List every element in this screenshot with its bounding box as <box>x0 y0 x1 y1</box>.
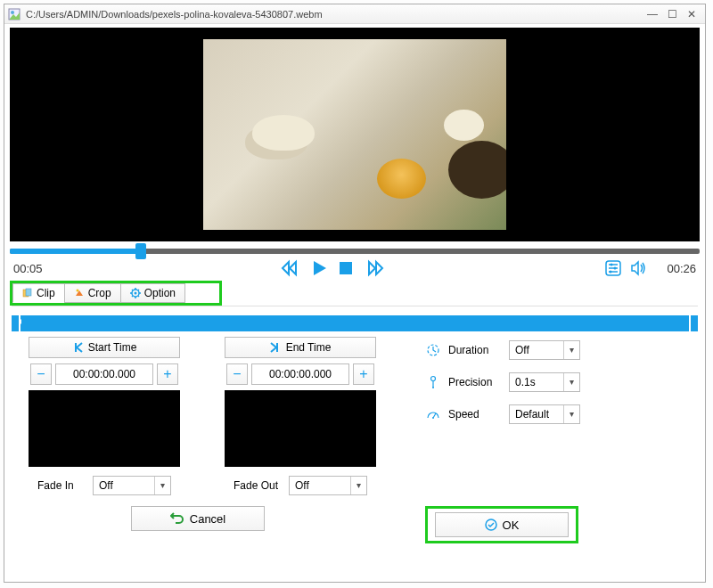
duration-icon <box>425 342 441 358</box>
play-icon[interactable] <box>310 259 328 277</box>
svg-point-1 <box>11 11 14 14</box>
chevron-down-icon: ▾ <box>563 373 579 391</box>
app-window: C:/Users/ADMIN/Downloads/pexels-polina-k… <box>4 4 706 583</box>
clip-range-row <box>4 310 705 337</box>
check-circle-icon <box>485 519 497 531</box>
fade-out-select[interactable]: Off ▾ <box>289 476 367 495</box>
speed-icon <box>425 406 441 422</box>
ok-label: OK <box>503 519 520 532</box>
volume-icon[interactable] <box>629 259 647 277</box>
precision-select[interactable]: 0.1s ▾ <box>509 372 580 392</box>
precision-value: 0.1s <box>510 376 563 388</box>
maximize-button[interactable]: ☐ <box>662 8 682 20</box>
cancel-button[interactable]: Cancel <box>131 506 265 531</box>
start-marker-icon <box>72 342 83 353</box>
ok-button[interactable]: OK <box>435 512 569 537</box>
stop-icon[interactable] <box>337 259 355 277</box>
tab-crop[interactable]: Crop <box>64 283 121 303</box>
speed-select[interactable]: Default ▾ <box>509 404 580 424</box>
prev-icon[interactable] <box>280 259 301 277</box>
chevron-down-icon: ▾ <box>563 405 579 423</box>
minimize-button[interactable]: — <box>643 8 662 20</box>
svg-rect-2 <box>340 262 352 274</box>
divider <box>12 306 698 306</box>
speed-value: Default <box>510 408 563 421</box>
tab-option[interactable]: Option <box>120 283 185 303</box>
clip-panel: Start Time − 00:00:00.000 + Fade In Off … <box>4 337 705 495</box>
start-time-label: Start Time <box>88 341 137 354</box>
end-time-button[interactable]: End Time <box>225 337 376 358</box>
playback-controls: 00:05 00:26 <box>4 256 705 279</box>
tab-crop-label: Crop <box>88 287 111 299</box>
fade-out-value: Off <box>290 479 350 492</box>
end-time-minus[interactable]: − <box>226 363 248 385</box>
clip-start-handle[interactable] <box>12 315 19 331</box>
settings-icon[interactable] <box>604 259 622 277</box>
start-time-plus[interactable]: + <box>157 363 178 385</box>
window-title: C:/Users/ADMIN/Downloads/pexels-polina-k… <box>26 9 643 20</box>
duration-label: Duration <box>448 344 502 356</box>
tab-clip-label: Clip <box>37 287 55 299</box>
video-preview-area <box>10 28 700 241</box>
duration-select[interactable]: Off ▾ <box>509 340 580 360</box>
app-icon <box>8 8 20 20</box>
end-time-value[interactable]: 00:00:00.000 <box>251 363 349 385</box>
tabs-highlight: Clip Crop Option <box>10 281 222 306</box>
fade-in-select[interactable]: Off ▾ <box>93 476 171 495</box>
end-marker-icon <box>270 342 281 353</box>
options-column: Duration Off ▾ Precision 0.1s ▾ <box>407 337 694 495</box>
current-time: 00:05 <box>13 262 76 275</box>
seek-track[interactable] <box>10 245 700 256</box>
start-thumbnail <box>29 390 180 467</box>
start-column: Start Time − 00:00:00.000 + Fade In Off … <box>15 337 193 495</box>
start-time-button[interactable]: Start Time <box>29 337 180 358</box>
crop-icon <box>74 288 85 298</box>
chevron-down-icon: ▾ <box>154 477 170 494</box>
start-time-minus[interactable]: − <box>30 363 52 385</box>
cancel-label: Cancel <box>190 512 225 526</box>
seek-row <box>4 241 705 256</box>
end-time-label: End Time <box>286 341 332 354</box>
svg-rect-11 <box>26 289 31 296</box>
speed-label: Speed <box>448 408 502 421</box>
svg-point-14 <box>134 292 136 295</box>
clip-icon <box>22 288 33 298</box>
fade-in-value: Off <box>94 479 154 492</box>
fade-in-label: Fade In <box>37 479 86 492</box>
tab-option-label: Option <box>144 287 176 299</box>
svg-point-20 <box>432 387 434 388</box>
tabs: Clip Crop Option <box>12 283 219 303</box>
total-time: 00:26 <box>667 262 696 275</box>
precision-icon <box>425 374 441 390</box>
ok-highlight: OK <box>425 506 578 543</box>
next-icon[interactable] <box>364 259 385 277</box>
clip-end-handle[interactable] <box>691 315 698 331</box>
titlebar: C:/Users/ADMIN/Downloads/pexels-polina-k… <box>4 4 705 24</box>
end-time-plus[interactable]: + <box>353 363 374 385</box>
svg-point-8 <box>614 267 617 270</box>
chevron-down-icon: ▾ <box>563 341 579 359</box>
clip-range-bar[interactable] <box>20 315 689 331</box>
seek-thumb[interactable] <box>135 243 146 259</box>
svg-point-9 <box>610 271 612 274</box>
fade-out-label: Fade Out <box>234 479 282 492</box>
close-button[interactable]: ✕ <box>682 8 701 20</box>
chevron-down-icon: ▾ <box>350 477 366 494</box>
undo-icon <box>170 512 184 525</box>
end-column: End Time − 00:00:00.000 + Fade Out Off ▾ <box>211 337 389 495</box>
end-thumbnail <box>225 390 376 467</box>
footer: Cancel OK <box>4 495 705 552</box>
precision-label: Precision <box>448 376 502 388</box>
start-time-value[interactable]: 00:00:00.000 <box>55 363 153 385</box>
svg-point-22 <box>432 417 434 419</box>
svg-point-18 <box>431 377 436 381</box>
gear-icon <box>130 288 141 298</box>
duration-value: Off <box>510 344 563 356</box>
tab-clip[interactable]: Clip <box>12 283 65 303</box>
video-frame <box>203 39 506 230</box>
svg-point-7 <box>611 264 613 266</box>
svg-point-12 <box>76 290 78 292</box>
